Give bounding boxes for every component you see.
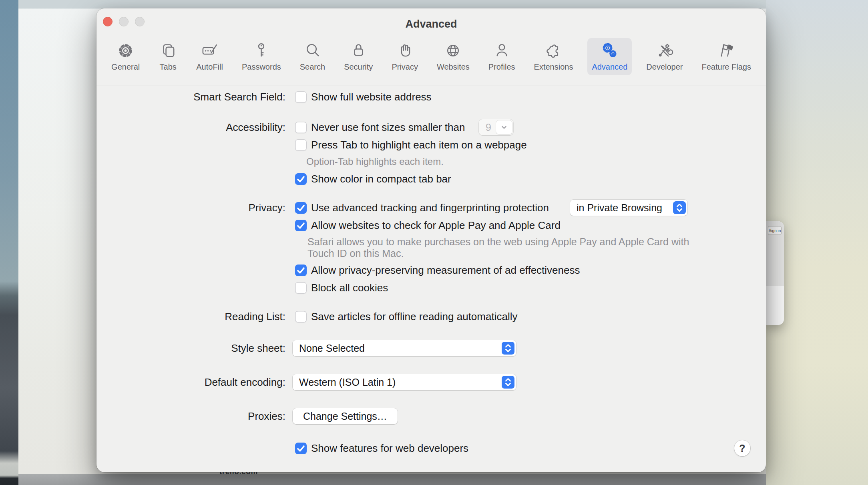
question-mark-icon: ? (739, 443, 745, 454)
tab-label: Advanced (592, 62, 627, 72)
tab-websites[interactable]: Websites (432, 38, 474, 75)
autofill-icon (200, 41, 219, 62)
show-full-address-text: Show full website address (311, 91, 432, 103)
puzzle-icon (544, 41, 563, 62)
never-small-fonts-checkbox[interactable] (295, 122, 307, 133)
style-sheet-select[interactable]: None Selected (293, 340, 516, 356)
tab-advanced[interactable]: Advanced (587, 38, 632, 75)
tab-developer[interactable]: Developer (642, 38, 687, 75)
apple-pay-text: Allow websites to check for Apple Pay an… (311, 219, 561, 232)
tab-extensions[interactable]: Extensions (530, 38, 578, 75)
up-down-chevron-icon (502, 342, 514, 355)
tab-label: Privacy (392, 62, 418, 72)
apple-pay-checkbox[interactable] (295, 220, 307, 231)
show-color-tab-bar-text: Show color in compact tab bar (311, 173, 451, 185)
tab-label: Tabs (160, 62, 177, 72)
desktop-wallpaper-landscape (0, 0, 18, 485)
tabs-icon (159, 41, 177, 62)
tab-label: Developer (646, 62, 683, 72)
tab-label: Search (300, 62, 325, 72)
sign-in-button[interactable]: Sign in (768, 226, 782, 235)
settings-content: Smart Search Field: Show full website ad… (96, 86, 766, 472)
smart-search-row: Smart Search Field: Show full website ad… (96, 88, 766, 106)
flags-icon (717, 41, 736, 62)
block-cookies-text: Block all cookies (311, 282, 388, 294)
style-sheet-label: Style sheet: (96, 342, 285, 355)
font-size-dropdown[interactable]: 9 (479, 119, 513, 135)
tab-label: Extensions (534, 62, 573, 72)
privacy-row-1: Privacy: Use advanced tracking and finge… (96, 199, 766, 216)
chevron-down-icon[interactable] (496, 120, 512, 134)
show-full-address-checkbox[interactable] (295, 91, 307, 103)
accessibility-row-1: Accessibility: Never use font sizes smal… (96, 118, 766, 136)
tab-feature-flags[interactable]: Feature Flags (697, 38, 755, 75)
tab-label: Profiles (488, 62, 515, 72)
tab-label: Security (344, 62, 373, 72)
never-small-fonts-text: Never use font sizes smaller than (311, 121, 465, 134)
web-developer-row: Show features for web developers (96, 439, 766, 457)
offline-reading-checkbox[interactable] (295, 311, 307, 323)
tab-autofill[interactable]: AutoFill (192, 38, 227, 75)
show-color-tab-bar-checkbox[interactable] (295, 173, 307, 185)
press-tab-text: Press Tab to highlight each item on a we… (311, 139, 527, 151)
key-icon (252, 41, 271, 62)
press-tab-hint: Option-Tab highlights each item. (306, 156, 444, 167)
block-cookies-checkbox[interactable] (295, 282, 307, 294)
style-sheet-row: Style sheet: None Selected (96, 339, 766, 357)
reading-list-row: Reading List: Save articles for offline … (96, 308, 766, 325)
default-encoding-select[interactable]: Western (ISO Latin 1) (293, 374, 516, 390)
press-tab-checkbox[interactable] (295, 139, 307, 151)
tracking-protection-checkbox[interactable] (295, 202, 307, 214)
tools-icon (655, 41, 674, 62)
background-signin-panel[interactable]: Sign in (766, 221, 784, 325)
privacy-label: Privacy: (96, 202, 285, 214)
apple-pay-note: Safari allows you to make purchases on t… (307, 236, 708, 259)
smart-search-label: Smart Search Field: (96, 91, 285, 103)
tab-passwords[interactable]: Passwords (237, 38, 285, 75)
person-icon (492, 41, 511, 62)
reading-list-label: Reading List: (96, 311, 285, 323)
settings-toolbar: General Tabs AutoFill Passwords (96, 38, 766, 86)
tracking-scope-value: in Private Browsing (577, 202, 662, 214)
accessibility-row-2: Press Tab to highlight each item on a we… (96, 136, 766, 154)
privacy-row-3: Allow privacy-preserving measurement of … (96, 261, 766, 279)
tracking-protection-text: Use advanced tracking and fingerprinting… (311, 202, 549, 214)
gear-icon (116, 41, 135, 62)
proxies-row: Proxies: Change Settings… (96, 407, 766, 425)
privacy-row-4: Block all cookies (96, 279, 766, 297)
tab-search[interactable]: Search (295, 38, 330, 75)
background-signin-panel-header: Sign in (766, 221, 784, 286)
change-settings-button[interactable]: Change Settings… (293, 408, 398, 424)
tab-tabs[interactable]: Tabs (154, 38, 182, 75)
titlebar[interactable]: Advanced (96, 8, 766, 39)
background-browser-window-footer (18, 474, 766, 485)
tab-label: General (111, 62, 140, 72)
lock-icon (349, 41, 368, 62)
accessibility-row-3: Show color in compact tab bar (96, 170, 766, 188)
tab-label: AutoFill (196, 62, 223, 72)
tab-profiles[interactable]: Profiles (484, 38, 520, 75)
default-encoding-row: Default encoding: Western (ISO Latin 1) (96, 373, 766, 391)
gears-icon (600, 41, 619, 62)
up-down-chevron-icon (502, 376, 514, 389)
default-encoding-label: Default encoding: (96, 376, 285, 389)
hand-icon (396, 41, 414, 62)
tab-security[interactable]: Security (340, 38, 377, 75)
tab-label: Passwords (242, 62, 281, 72)
magnifier-icon (303, 41, 322, 62)
ad-measurement-text: Allow privacy-preserving measurement of … (311, 264, 580, 277)
web-developer-text: Show features for web developers (311, 442, 468, 455)
privacy-row-2: Allow websites to check for Apple Pay an… (96, 216, 766, 234)
help-button[interactable]: ? (734, 440, 750, 456)
tab-label: Feature Flags (702, 62, 751, 72)
web-developer-checkbox[interactable] (295, 443, 307, 454)
tab-general[interactable]: General (107, 38, 144, 75)
tracking-scope-select[interactable]: in Private Browsing (570, 200, 687, 216)
ad-measurement-checkbox[interactable] (295, 265, 307, 276)
proxies-label: Proxies: (96, 410, 285, 423)
tab-privacy[interactable]: Privacy (387, 38, 422, 75)
default-encoding-value: Western (ISO Latin 1) (299, 377, 396, 388)
style-sheet-value: None Selected (299, 343, 365, 354)
up-down-chevron-icon (673, 201, 686, 214)
accessibility-label: Accessibility: (96, 121, 285, 134)
